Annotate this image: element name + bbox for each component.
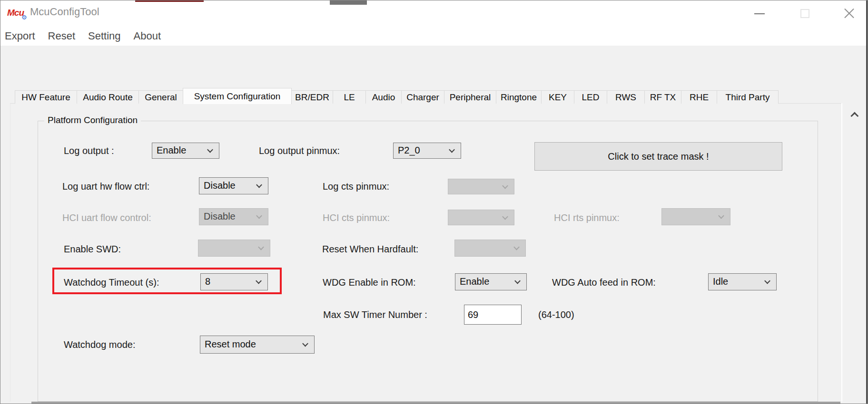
wdg-enable-in-rom-select[interactable]: Enable [455,273,527,290]
tab-ringtone[interactable]: Ringtone [496,90,542,104]
hci-uart-flow-control-label: HCI uart flow control: [62,212,151,223]
menu-bar: Export Reset Setting About [0,27,868,46]
tab-charger[interactable]: Charger [401,90,444,104]
log-output-select[interactable]: Enable [152,143,219,159]
hci-uart-flow-control-value: Disable [204,211,236,222]
watchdog-timeout-label: Watchdog Timeout (s): [64,277,159,288]
chevron-up-icon [850,112,858,120]
gear-icon: ⚙ [21,14,27,21]
log-output-pinmux-select[interactable]: P2_0 [393,143,461,159]
chevron-down-icon [764,278,770,284]
wdg-auto-feed-in-rom-value: Idle [713,276,728,287]
menu-export[interactable]: Export [5,30,35,42]
log-output-pinmux-value: P2_0 [398,145,420,156]
tab-audio[interactable]: Audio [365,90,402,104]
maximize-icon [800,9,809,18]
log-uart-hw-flow-ctrl-select[interactable]: Disable [199,177,268,194]
background-window-artifact [135,0,204,2]
hci-rts-pinmux-select [661,208,730,225]
wdg-auto-feed-in-rom-label: WDG Auto feed in ROM: [552,277,656,288]
chevron-down-icon [256,213,262,219]
menu-reset[interactable]: Reset [48,30,75,42]
wdg-auto-feed-in-rom-select[interactable]: Idle [708,273,777,290]
hci-cts-pinmux-select [448,210,514,225]
tab-general[interactable]: General [138,90,183,104]
wdg-enable-in-rom-value: Enable [460,276,489,287]
chevron-down-icon [207,147,213,153]
log-output-label: Log output : [64,145,114,156]
background-window-artifact [330,0,367,5]
tab-le[interactable]: LE [333,90,366,104]
hci-cts-pinmux-label: HCI cts pinmux: [323,212,390,223]
groupbox-title: Platform Configuration [44,115,141,125]
tab-hw-feature[interactable]: HW Feature [15,90,77,104]
hci-uart-flow-control-select: Disable [199,208,268,225]
tab-rhe[interactable]: RHE [681,90,717,104]
window-right-border [866,0,868,404]
log-output-pinmux-label: Log output pinmux: [259,145,340,156]
chevron-down-icon [514,278,521,284]
max-sw-timer-input[interactable] [464,305,522,325]
chevron-down-icon [302,341,308,347]
app-window: Mcu ⚙ McuConfigTool Export Reset Setting… [0,0,868,404]
hci-rts-pinmux-label: HCI rts pinmux: [554,212,620,223]
tab-br-edr[interactable]: BR/EDR [291,90,333,104]
tab-rws[interactable]: RWS [607,90,645,104]
watchdog-mode-select[interactable]: Reset mode [200,336,315,354]
vertical-scrollbar[interactable] [842,103,866,402]
chevron-down-icon [256,182,262,188]
tab-audio-route[interactable]: Audio Route [77,90,139,104]
chevron-down-icon [256,278,262,284]
enable-swd-select [198,240,270,257]
enable-swd-label: Enable SWD: [64,244,121,255]
chevron-down-icon [718,213,724,219]
tab-system-configuration[interactable]: System Configuration [183,88,292,104]
chevron-down-icon [502,213,508,220]
trace-mask-button[interactable]: Click to set trace mask ! [534,142,782,171]
tab-peripheral[interactable]: Peripheral [444,90,496,104]
reset-when-hardfault-select [454,240,526,257]
maximize-button[interactable] [788,0,821,27]
watchdog-mode-label: Watchdog mode: [64,339,135,350]
menu-about[interactable]: About [134,30,161,42]
chevron-down-icon [502,183,508,189]
watchdog-timeout-select[interactable]: 8 [200,273,268,290]
tab-rf-tx[interactable]: RF TX [644,90,681,104]
chevron-down-icon [513,244,520,250]
chevron-down-icon [449,147,455,153]
tab-key[interactable]: KEY [541,90,574,104]
watchdog-timeout-value: 8 [205,276,210,287]
log-cts-pinmux-select [448,179,514,194]
tab-strip: HW Feature Audio Route General System Co… [15,87,778,104]
log-output-value: Enable [157,145,186,156]
reset-when-hardfault-label: Reset When Hardfault: [322,244,418,255]
tab-led[interactable]: LED [574,90,607,104]
chevron-down-icon [258,244,264,250]
wdg-enable-in-rom-label: WDG Enable in ROM: [323,277,416,288]
scroll-up-button[interactable] [845,109,861,123]
menu-setting[interactable]: Setting [88,30,121,42]
close-icon [843,7,856,20]
close-button[interactable] [832,0,866,27]
bottom-edge-bar [31,402,840,404]
log-uart-hw-flow-ctrl-label: Log uart hw flow ctrl: [62,181,149,192]
minimize-icon [754,13,765,14]
minimize-button[interactable] [743,0,776,27]
log-uart-hw-flow-ctrl-value: Disable [204,180,236,191]
watchdog-mode-value: Reset mode [205,339,256,350]
log-cts-pinmux-label: Log cts pinmux: [323,181,389,192]
tab-third-party[interactable]: Third Party [717,90,779,104]
window-title: McuConfigTool [30,6,99,18]
title-bar: Mcu ⚙ McuConfigTool [0,0,868,27]
max-sw-timer-label: Max SW Timer Number : [323,309,427,320]
max-sw-timer-range-hint: (64-100) [538,309,574,320]
